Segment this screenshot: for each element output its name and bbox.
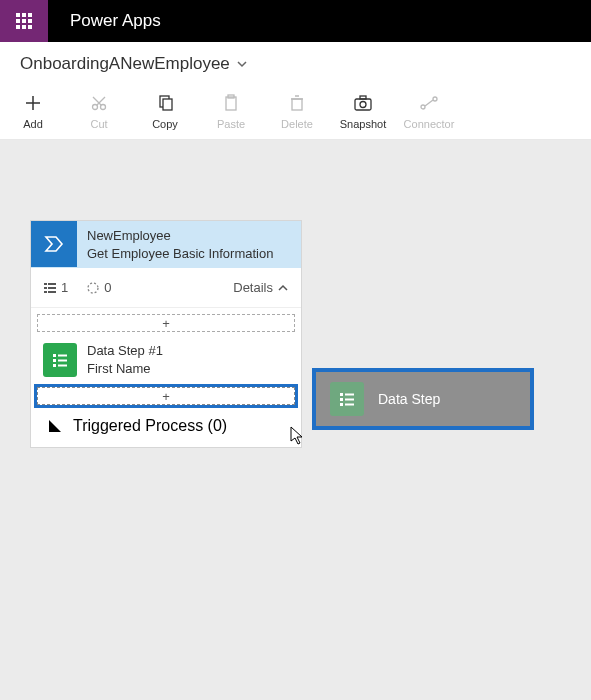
paste-button[interactable]: Paste — [198, 92, 264, 139]
pending-count: 0 — [86, 280, 111, 295]
stage-description: Get Employee Basic Information — [87, 245, 273, 263]
plus-icon — [24, 92, 42, 114]
svg-point-20 — [433, 97, 437, 101]
stage-name: NewEmployee — [87, 227, 273, 245]
trash-icon — [288, 92, 306, 114]
svg-rect-31 — [58, 359, 67, 361]
svg-rect-22 — [48, 283, 56, 285]
svg-rect-26 — [48, 291, 56, 293]
svg-rect-37 — [345, 399, 354, 401]
designer-canvas[interactable]: NewEmployee Get Employee Basic Informati… — [0, 140, 591, 700]
copy-icon — [156, 92, 174, 114]
copy-button[interactable]: Copy — [132, 92, 198, 139]
svg-rect-35 — [345, 394, 354, 396]
camera-icon — [353, 92, 373, 114]
cut-label: Cut — [90, 118, 107, 130]
cut-button[interactable]: Cut — [66, 92, 132, 139]
svg-rect-36 — [340, 398, 343, 401]
scissors-icon — [90, 92, 108, 114]
triggered-label: Triggered Process (0) — [73, 417, 227, 435]
svg-point-9 — [93, 105, 98, 110]
stage-titles: NewEmployee Get Employee Basic Informati… — [77, 221, 283, 268]
add-button[interactable]: Add — [0, 92, 66, 139]
stage-meta-bar: 1 0 Details — [31, 268, 301, 308]
stage-card[interactable]: NewEmployee Get Employee Basic Informati… — [30, 220, 302, 448]
clipboard-icon — [222, 92, 240, 114]
svg-rect-8 — [28, 25, 32, 29]
steps-count: 1 — [43, 280, 68, 295]
svg-rect-0 — [16, 13, 20, 17]
svg-rect-5 — [28, 19, 32, 23]
svg-rect-30 — [53, 359, 56, 362]
data-step-title: Data Step #1 — [87, 342, 163, 360]
svg-rect-16 — [355, 99, 371, 110]
breadcrumb-bar: OnboardingANewEmployee — [0, 42, 591, 86]
svg-point-27 — [88, 283, 98, 293]
svg-rect-23 — [44, 287, 47, 289]
steps-icon — [43, 281, 57, 295]
details-toggle[interactable]: Details — [233, 280, 289, 295]
list-icon — [330, 382, 364, 416]
svg-rect-4 — [22, 19, 26, 23]
svg-rect-25 — [44, 291, 47, 293]
svg-rect-33 — [58, 364, 67, 366]
breadcrumb-title[interactable]: OnboardingANewEmployee — [20, 54, 230, 74]
svg-rect-28 — [53, 354, 56, 357]
svg-rect-1 — [22, 13, 26, 17]
svg-rect-7 — [22, 25, 26, 29]
svg-rect-3 — [16, 19, 20, 23]
connector-button[interactable]: Connector — [396, 92, 462, 139]
add-label: Add — [23, 118, 43, 130]
svg-rect-39 — [345, 404, 354, 406]
triggered-process-row[interactable]: Triggered Process (0) — [37, 411, 295, 441]
delete-label: Delete — [281, 118, 313, 130]
paste-label: Paste — [217, 118, 245, 130]
data-step-field: First Name — [87, 360, 163, 378]
list-icon — [43, 343, 77, 377]
copy-label: Copy — [152, 118, 178, 130]
dropzone-active[interactable]: + — [37, 387, 295, 405]
svg-point-17 — [360, 102, 366, 108]
details-label: Details — [233, 280, 273, 295]
steps-count-value: 1 — [61, 280, 68, 295]
drag-ghost-data-step[interactable]: Data Step — [312, 368, 534, 430]
connector-label: Connector — [404, 118, 455, 130]
app-title: Power Apps — [48, 0, 183, 42]
svg-rect-29 — [58, 354, 67, 356]
svg-rect-12 — [163, 99, 172, 110]
svg-rect-18 — [360, 96, 366, 99]
svg-rect-2 — [28, 13, 32, 17]
svg-rect-24 — [48, 287, 56, 289]
svg-point-10 — [101, 105, 106, 110]
stage-header[interactable]: NewEmployee Get Employee Basic Informati… — [31, 221, 301, 268]
connector-icon — [419, 92, 439, 114]
svg-rect-21 — [44, 283, 47, 285]
svg-rect-32 — [53, 364, 56, 367]
dropzone-top[interactable]: + — [37, 314, 295, 332]
chevron-up-icon — [277, 282, 289, 294]
svg-point-19 — [421, 105, 425, 109]
app-launcher[interactable] — [0, 0, 48, 42]
svg-rect-15 — [292, 99, 302, 110]
header-bar: Power Apps — [0, 0, 591, 42]
pending-count-value: 0 — [104, 280, 111, 295]
waffle-icon — [16, 13, 32, 29]
svg-rect-6 — [16, 25, 20, 29]
data-step-row[interactable]: Data Step #1 First Name — [37, 338, 295, 381]
dropzone-plus: + — [162, 316, 170, 331]
snapshot-label: Snapshot — [340, 118, 386, 130]
dashed-circle-icon — [86, 281, 100, 295]
triangle-icon — [47, 418, 63, 434]
stage-chevron-icon — [31, 221, 77, 267]
svg-rect-13 — [226, 97, 236, 110]
chevron-down-icon[interactable] — [236, 58, 248, 70]
dropzone-plus-active: + — [162, 389, 170, 404]
toolbar: Add Cut Copy Paste Delete Snapshot Con — [0, 86, 591, 140]
delete-button[interactable]: Delete — [264, 92, 330, 139]
svg-rect-38 — [340, 403, 343, 406]
drag-ghost-label: Data Step — [378, 391, 440, 407]
snapshot-button[interactable]: Snapshot — [330, 92, 396, 139]
svg-rect-34 — [340, 393, 343, 396]
